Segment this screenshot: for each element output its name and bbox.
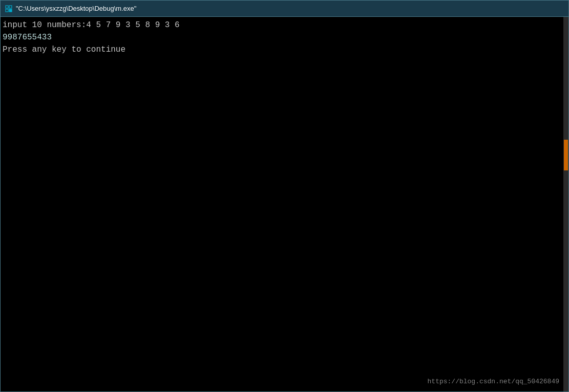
console-window: "C:\Users\ysxzzg\Desktop\Debug\m.exe" in… (0, 0, 569, 392)
console-content: input 10 numbers:4 5 7 9 3 5 8 9 3 6 998… (1, 17, 568, 391)
scrollbar[interactable] (563, 17, 568, 391)
console-body[interactable]: input 10 numbers:4 5 7 9 3 5 8 9 3 6 998… (1, 17, 568, 391)
window-icon (5, 5, 13, 13)
svg-rect-2 (6, 9, 8, 12)
svg-rect-0 (6, 6, 8, 8)
console-line-2: 9987655433 (3, 31, 566, 43)
console-line-1: input 10 numbers:4 5 7 9 3 5 8 9 3 6 (3, 19, 566, 31)
console-line-3: Press any key to continue (3, 43, 566, 56)
svg-rect-1 (9, 6, 12, 8)
watermark: https://blog.csdn.net/qq_50426849 (428, 378, 559, 385)
scrollbar-thumb[interactable] (564, 140, 568, 170)
title-bar-text: "C:\Users\ysxzzg\Desktop\Debug\m.exe" (16, 5, 136, 12)
svg-rect-3 (9, 9, 12, 12)
title-bar: "C:\Users\ysxzzg\Desktop\Debug\m.exe" (1, 1, 568, 17)
